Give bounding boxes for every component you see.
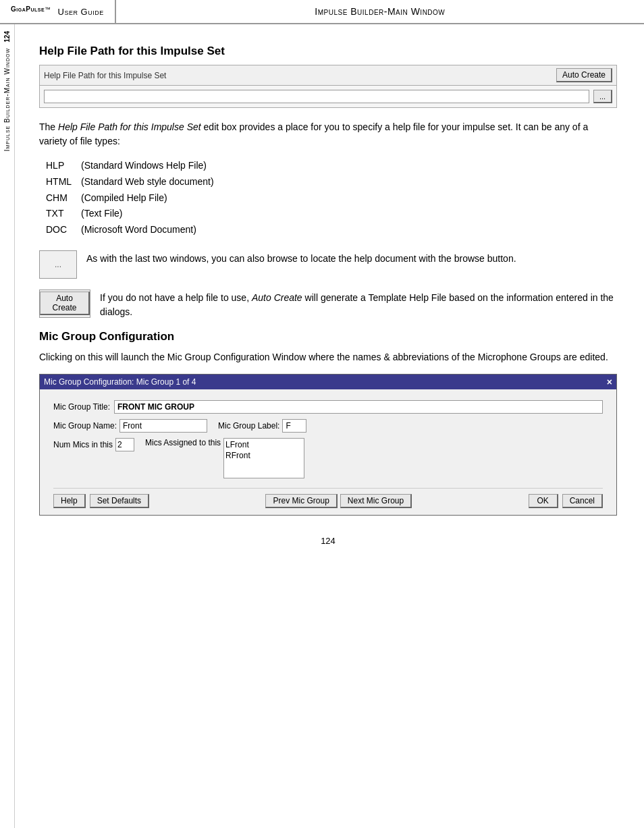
dialog-title: Mic Group Configuration: Mic Group 1 of …: [44, 377, 196, 387]
auto-create-icon-button[interactable]: Auto Create: [40, 292, 90, 315]
help-path-box-body: ...: [40, 86, 616, 107]
ext-chm: CHM: [46, 190, 76, 206]
num-mics-input[interactable]: [115, 438, 134, 451]
help-button[interactable]: Help: [53, 494, 86, 508]
desc-chm: (Compiled Help File): [81, 190, 167, 206]
ext-doc: DOC: [46, 222, 76, 238]
header-center: Impulse Builder-Main Window: [116, 0, 644, 23]
browse-icon: ...: [55, 260, 61, 269]
next-mic-group-button[interactable]: Next Mic Group: [340, 494, 412, 508]
mic-item-rffront: RFront: [225, 451, 302, 460]
ext-txt: TXT: [46, 206, 76, 222]
mics-assigned-label: Mics Assigned to this: [145, 438, 221, 447]
ext-hlp: HLP: [46, 158, 76, 174]
ext-html: HTML: [46, 174, 76, 190]
footer-right: OK Cancel: [529, 494, 603, 508]
auto-create-icon-box: Auto Create: [39, 289, 90, 318]
ok-button[interactable]: OK: [529, 494, 558, 508]
desc-txt: (Text File): [81, 206, 122, 222]
body-paragraph: The Help File Path for this Impulse Set …: [39, 120, 617, 148]
browse-info-text: As with the last two windows, you can al…: [86, 250, 516, 266]
main-content: Help File Path for this Impulse Set Help…: [19, 24, 644, 573]
mics-assigned-list: LFront RFront: [223, 438, 304, 478]
footer-left: Help Set Defaults: [53, 494, 149, 508]
help-path-box: Help File Path for this Impulse Set Auto…: [39, 65, 617, 108]
dialog-title-bar: Mic Group Configuration: Mic Group 1 of …: [40, 375, 616, 389]
auto-create-info-text: If you do not have a help file to use, A…: [100, 289, 617, 319]
brand-name: GigaPulse™: [11, 5, 51, 18]
prev-mic-group-button[interactable]: Prev Mic Group: [265, 494, 337, 508]
mic-group-title-label: Mic Group Title:: [53, 402, 110, 412]
desc-hlp: (Standard Windows Help File): [81, 158, 207, 174]
mic-group-paragraph: Clicking on this will launch the Mic Gro…: [39, 350, 617, 364]
brand-text: GigaPulse: [11, 5, 45, 13]
desc-html: (Standard Web style document): [81, 174, 214, 190]
guide-label: User Guide: [58, 7, 104, 17]
browse-info-box: ... As with the last two windows, you ca…: [39, 250, 617, 279]
dialog-footer: Help Set Defaults Prev Mic Group Next Mi…: [53, 488, 603, 508]
num-mics-label: Num Mics in this: [53, 440, 113, 449]
mic-item-lffront: LFront: [225, 440, 302, 449]
mic-group-name-group: Mic Group Name:: [53, 419, 207, 433]
auto-create-info-box: Auto Create If you do not have a help fi…: [39, 289, 617, 319]
mic-group-mics-row: Num Mics in this Mics Assigned to this L…: [53, 438, 603, 478]
mic-group-label-label: Mic Group Label:: [218, 421, 279, 431]
header-bar: GigaPulse™ User Guide Impulse Builder-Ma…: [0, 0, 644, 24]
bottom-page-num: 124: [39, 536, 617, 546]
sidebar-page-num: 124: [3, 31, 11, 43]
browse-button[interactable]: ...: [593, 90, 612, 103]
list-item: DOC (Microsoft Word Document): [46, 222, 617, 238]
brand-tm: ™: [45, 6, 51, 13]
dialog-close-button[interactable]: ×: [607, 377, 612, 387]
mic-group-title-input[interactable]: [114, 400, 603, 414]
help-path-box-label: Help File Path for this Impulse Set: [44, 71, 166, 80]
help-path-heading: Help File Path for this Impulse Set: [39, 45, 617, 58]
file-types-list: HLP (Standard Windows Help File) HTML (S…: [46, 158, 617, 238]
mic-group-name-label: Mic Group Name:: [53, 421, 117, 431]
mic-group-name-input[interactable]: [119, 419, 207, 433]
mics-assigned-group: Mics Assigned to this LFront RFront: [145, 438, 304, 478]
header-left: GigaPulse™ User Guide: [0, 0, 116, 23]
mic-group-label-group: Mic Group Label:: [218, 419, 306, 433]
sidebar: 124 Impulse Builder-Main Window: [0, 24, 15, 828]
help-path-box-header: Help File Path for this Impulse Set Auto…: [40, 65, 616, 86]
mic-group-dialog: Mic Group Configuration: Mic Group 1 of …: [39, 374, 617, 516]
mic-group-title-row: Mic Group Title:: [53, 400, 603, 414]
mic-group-name-row: Mic Group Name: Mic Group Label:: [53, 419, 603, 433]
dialog-body: Mic Group Title: Mic Group Name: Mic Gro…: [40, 389, 616, 515]
mic-group-label-input[interactable]: [282, 419, 306, 433]
list-item: TXT (Text File): [46, 206, 617, 222]
list-item: HTML (Standard Web style document): [46, 174, 617, 190]
body-italic: Help File Path for this Impulse Set: [58, 121, 201, 132]
desc-doc: (Microsoft Word Document): [81, 222, 196, 238]
help-path-input[interactable]: [44, 90, 589, 103]
mic-group-heading: Mic Group Configuration: [39, 330, 617, 343]
list-item: HLP (Standard Windows Help File): [46, 158, 617, 174]
set-defaults-button[interactable]: Set Defaults: [90, 494, 149, 508]
browse-icon-box: ...: [39, 250, 77, 279]
auto-create-italic: Auto Create: [252, 292, 302, 303]
list-item: CHM (Compiled Help File): [46, 190, 617, 206]
num-mics-group: Num Mics in this: [53, 438, 134, 451]
footer-mid: Prev Mic Group Next Mic Group: [265, 494, 412, 508]
cancel-button[interactable]: Cancel: [562, 494, 603, 508]
auto-create-button[interactable]: Auto Create: [556, 68, 612, 82]
sidebar-label: Impulse Builder-Main Window: [2, 43, 12, 157]
